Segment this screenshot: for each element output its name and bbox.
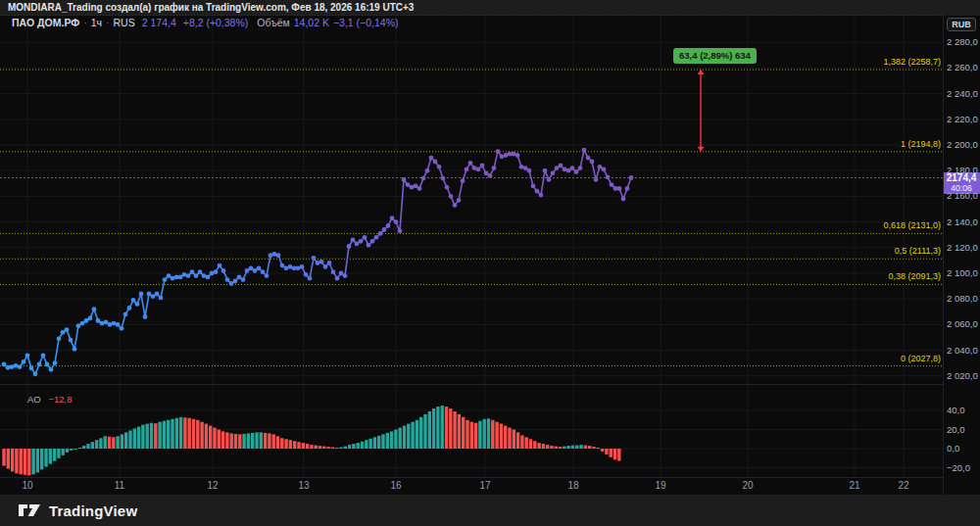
- price-axis-tick: 2 220,0: [947, 115, 978, 124]
- fib-level-label: 0,38 (2091,3): [823, 271, 941, 281]
- time-axis-label: 20: [742, 480, 753, 492]
- time-axis-label: 10: [22, 480, 32, 492]
- volume-value: 14,02 K: [294, 17, 329, 28]
- tradingview-logo-icon: [18, 501, 41, 520]
- tradingview-chart-window: MONDIARA_Trading создал(а) график на Tra…: [0, 0, 980, 526]
- price-axis-tick: 2 040,0: [947, 346, 978, 356]
- fib-level-label: 0,618 (2131,0): [823, 220, 941, 230]
- time-axis-label: 19: [655, 480, 665, 492]
- price-axis-tick: 2 140,0: [947, 217, 978, 227]
- ao-axis-tick: −20,0: [947, 463, 970, 473]
- volume-change: −3,1 (−0,14%): [333, 17, 399, 28]
- tradingview-logo-text: TradingView: [49, 502, 137, 519]
- price-axis-divider: [943, 16, 944, 495]
- bottom-toolbar: TradingView: [0, 495, 980, 526]
- time-axis-label: 16: [390, 480, 401, 492]
- price-axis-tick: 2 100,0: [947, 268, 978, 278]
- time-axis-label: 18: [567, 480, 578, 492]
- symbol-name[interactable]: ПАО ДОМ.РФ: [12, 17, 79, 28]
- volume-label: Объём: [257, 17, 289, 28]
- price-axis-tick: 2 240,0: [947, 89, 978, 99]
- price-axis-tick: 2 020,0: [947, 371, 978, 381]
- price-change: +8,2 (+0,38%): [183, 17, 249, 28]
- ao-indicator-label[interactable]: AO −12,8: [27, 394, 72, 405]
- ao-axis-tick: 20,0: [947, 425, 965, 435]
- separator-dot: ·: [83, 17, 87, 28]
- pane-divider[interactable]: [0, 384, 943, 385]
- ao-axis-tick: 0,0: [947, 444, 959, 454]
- price-axis-tick: 2 200,0: [947, 140, 978, 150]
- time-axis-label: 21: [849, 480, 859, 492]
- ao-indicator-name[interactable]: AO: [27, 394, 41, 405]
- price-axis-tick: 2 080,0: [947, 294, 978, 304]
- symbol-header[interactable]: ПАО ДОМ.РФ·1ч·RUS2 174,4+8,2 (+0,38%)Объ…: [12, 17, 399, 29]
- price-axis-tick: 2 120,0: [947, 243, 978, 253]
- fib-level-label: 0,5 (2111,3): [823, 246, 941, 256]
- fib-level-label: 0 (2027,8): [823, 354, 941, 363]
- time-axis-divider: [0, 477, 943, 478]
- ao-axis-tick: 40,0: [947, 406, 965, 415]
- tradingview-logo[interactable]: TradingView: [18, 501, 137, 520]
- time-axis-label: 11: [115, 480, 124, 492]
- ao-indicator-value: −12,8: [48, 394, 72, 405]
- price-axis-tick: 2 060,0: [947, 319, 978, 329]
- price-axis-tick: 2 280,0: [947, 37, 978, 47]
- price-axis-tick: 2 160,0: [947, 191, 978, 201]
- interval-label[interactable]: 1ч: [91, 17, 102, 28]
- time-axis-label: 17: [479, 480, 490, 492]
- last-price: 2 174,4: [142, 17, 176, 28]
- time-axis-label: 22: [898, 480, 908, 492]
- separator-dot: ·: [106, 17, 110, 28]
- fib-level-label: 1,382 (2258,7): [823, 57, 941, 67]
- currency-button[interactable]: RUB: [947, 18, 976, 31]
- measure-result-badge[interactable]: 63,4 (2,89%) 634: [673, 48, 757, 64]
- time-axis-label: 13: [298, 480, 309, 492]
- fib-level-label: 1 (2194,8): [823, 139, 941, 149]
- price-axis-tick: 2 260,0: [947, 63, 978, 72]
- time-axis-label: 12: [207, 480, 218, 492]
- exchange-label[interactable]: RUS: [114, 17, 135, 28]
- chart-canvas[interactable]: [0, 0, 980, 526]
- price-axis-tick: 2 180,0: [947, 166, 978, 175]
